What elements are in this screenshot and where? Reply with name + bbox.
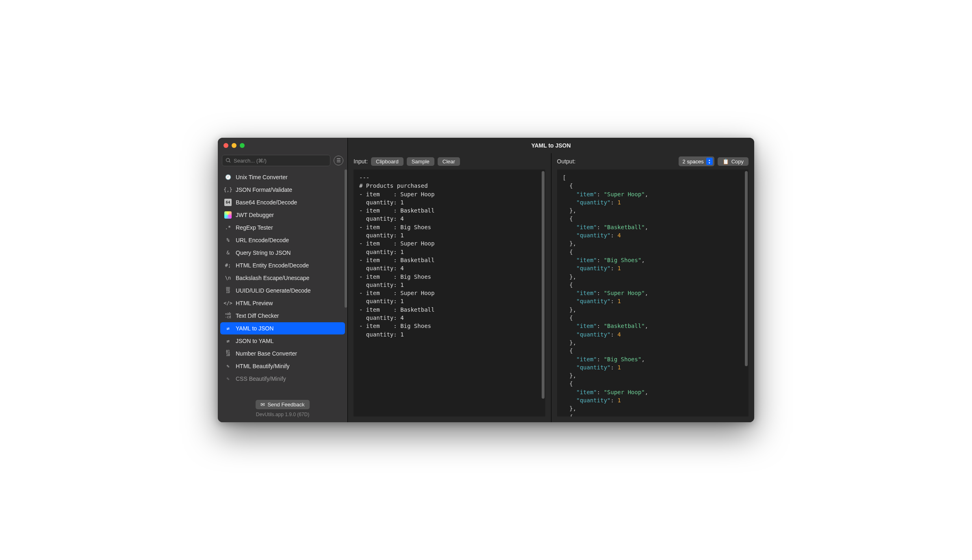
app-window: Search... (⌘/) ☰ 🕘Unix Time Converter{,}… <box>218 138 754 422</box>
search-row: Search... (⌘/) ☰ <box>218 153 347 169</box>
sidebar-item-html-entity-encode-decode[interactable]: #;HTML Entity Encode/Decode <box>220 259 345 271</box>
input-toolbar: Input: Clipboard Sample Clear <box>348 153 551 169</box>
swap-icon: ⇄ <box>224 337 232 345</box>
sidebar-item-css-beautify-minify[interactable]: ✎CSS Beautify/Minify <box>220 373 345 385</box>
sidebar-item-label: HTML Beautify/Minify <box>236 363 290 369</box>
sidebar-item-regexp-tester[interactable]: .*RegExp Tester <box>220 221 345 234</box>
copy-button[interactable]: 📋 Copy <box>718 157 749 166</box>
sidebar-item-yaml-to-json[interactable]: ⇄YAML to JSON <box>220 322 345 334</box>
input-scrollbar[interactable] <box>542 171 545 399</box>
tool-list[interactable]: 🕘Unix Time Converter{,}JSON Format/Valid… <box>218 169 347 397</box>
sidebar: Search... (⌘/) ☰ 🕘Unix Time Converter{,}… <box>218 138 348 422</box>
jwt-icon: ✱ <box>224 211 232 219</box>
uuid-icon: UU ID <box>224 287 232 294</box>
sidebar-item-json-format-validate[interactable]: {,}JSON Format/Validate <box>220 184 345 196</box>
version-label: DevUtils.app 1.9.0 (67D) <box>256 412 309 417</box>
send-feedback-button[interactable]: ✉ Send Feedback <box>256 400 309 409</box>
wand-icon: ✎ <box>224 375 232 382</box>
search-input[interactable]: Search... (⌘/) <box>222 155 330 166</box>
sidebar-item-label: JSON to YAML <box>236 338 274 344</box>
input-pane: Input: Clipboard Sample Clear --- # Prod… <box>348 153 551 422</box>
braces-icon: {,} <box>224 186 232 193</box>
swap-icon: ⇄ <box>224 325 232 332</box>
clear-button[interactable]: Clear <box>438 157 460 166</box>
page-title: YAML to JSON <box>348 138 754 153</box>
sidebar-item-html-beautify-minify[interactable]: ✎HTML Beautify/Minify <box>220 360 345 372</box>
html-icon: </> <box>224 300 232 307</box>
sample-button[interactable]: Sample <box>407 157 434 166</box>
percent-icon: % <box>224 237 232 244</box>
clipboard-icon: 📋 <box>722 158 729 165</box>
close-window-button[interactable] <box>223 143 228 148</box>
sidebar-item-label: HTML Preview <box>236 300 273 306</box>
indent-select[interactable]: 2 spaces <box>679 156 714 166</box>
sidebar-item-json-to-yaml[interactable]: ⇄JSON to YAML <box>220 335 345 347</box>
sidebar-item-label: URL Encode/Decode <box>236 237 289 243</box>
amp-icon: & <box>224 249 232 256</box>
sidebar-item-text-diff-checker[interactable]: +ab -cdText Diff Checker <box>220 310 345 322</box>
sidebar-item-label: RegExp Tester <box>236 224 273 231</box>
sidebar-item-number-base-converter[interactable]: 01 10Number Base Converter <box>220 347 345 360</box>
chevron-updown-icon <box>706 158 713 165</box>
input-label: Input: <box>354 158 368 165</box>
wand-icon: ✎ <box>224 362 232 370</box>
bksl-icon: \n <box>224 274 232 282</box>
json-text: [ { "item": "Super Hoop", "quantity": 1 … <box>557 169 749 417</box>
mail-icon: ✉ <box>260 402 265 408</box>
settings-icon: ☰ <box>336 158 341 163</box>
hash-icon: #; <box>224 262 232 269</box>
sidebar-item-label: Unix Time Converter <box>236 174 288 180</box>
sidebar-item-base64-encode-decode[interactable]: 64Base64 Encode/Decode <box>220 196 345 208</box>
panes: Input: Clipboard Sample Clear --- # Prod… <box>348 153 754 422</box>
sidebar-item-label: YAML to JSON <box>236 325 273 332</box>
output-label: Output: <box>557 158 576 165</box>
sidebar-item-label: Query String to JSON <box>236 250 291 256</box>
sidebar-item-label: JWT Debugger <box>236 212 274 218</box>
search-icon <box>226 158 231 163</box>
sidebar-item-unix-time-converter[interactable]: 🕘Unix Time Converter <box>220 171 345 183</box>
clock-icon: 🕘 <box>224 174 232 181</box>
send-feedback-label: Send Feedback <box>267 402 304 408</box>
search-placeholder: Search... (⌘/) <box>234 158 267 164</box>
sidebar-footer: ✉ Send Feedback DevUtils.app 1.9.0 (67D) <box>218 397 347 422</box>
main-area: YAML to JSON Input: Clipboard Sample Cle… <box>348 138 754 422</box>
zoom-window-button[interactable] <box>240 143 245 148</box>
sidebar-item-uuid-ulid-generate-decode[interactable]: UU IDUUID/ULID Generate/Decode <box>220 284 345 297</box>
output-toolbar: Output: 2 spaces 📋 Copy <box>551 153 755 169</box>
sidebar-item-label: Text Diff Checker <box>236 313 279 319</box>
sidebar-item-html-preview[interactable]: </>HTML Preview <box>220 297 345 309</box>
minimize-window-button[interactable] <box>232 143 236 148</box>
output-scrollbar[interactable] <box>745 171 748 366</box>
sidebar-item-query-string-to-json[interactable]: &Query String to JSON <box>220 247 345 259</box>
sidebar-item-label: JSON Format/Validate <box>236 187 292 193</box>
sidebar-item-label: UUID/ULID Generate/Decode <box>236 287 310 294</box>
sidebar-item-label: Backslash Escape/Unescape <box>236 275 309 281</box>
clipboard-button[interactable]: Clipboard <box>371 157 404 166</box>
input-editor[interactable]: --- # Products purchased - item : Super … <box>354 169 545 417</box>
b64-icon: 64 <box>224 199 232 206</box>
sidebar-item-label: CSS Beautify/Minify <box>236 376 286 382</box>
settings-button[interactable]: ☰ <box>334 156 343 165</box>
sidebar-item-backslash-escape-unescape[interactable]: \nBackslash Escape/Unescape <box>220 272 345 284</box>
output-pane: Output: 2 spaces 📋 Copy [ { "item": "Sup… <box>551 153 755 422</box>
bits-icon: 01 10 <box>224 350 232 357</box>
indent-select-label: 2 spaces <box>683 158 704 165</box>
sidebar-item-label: HTML Entity Encode/Decode <box>236 262 309 269</box>
yaml-text: --- # Products purchased - item : Super … <box>354 169 545 343</box>
output-editor[interactable]: [ { "item": "Super Hoop", "quantity": 1 … <box>557 169 749 417</box>
diff-icon: +ab -cd <box>224 312 232 319</box>
copy-label: Copy <box>731 158 744 165</box>
sidebar-item-label: Number Base Converter <box>236 350 297 357</box>
regex-icon: .* <box>224 224 232 231</box>
sidebar-item-label: Base64 Encode/Decode <box>236 199 297 206</box>
sidebar-scrollbar[interactable] <box>345 169 347 308</box>
sidebar-item-url-encode-decode[interactable]: %URL Encode/Decode <box>220 234 345 246</box>
window-traffic-lights <box>218 138 347 153</box>
sidebar-item-jwt-debugger[interactable]: ✱JWT Debugger <box>220 209 345 221</box>
